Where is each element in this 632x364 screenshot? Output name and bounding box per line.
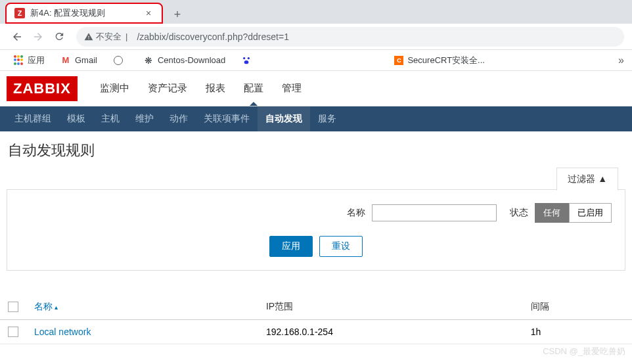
- filter-status-label: 状态: [510, 207, 528, 219]
- tab-title: 新4A: 配置发现规则: [30, 7, 138, 19]
- baidu-icon: [241, 55, 252, 66]
- row-checkbox[interactable]: [8, 327, 18, 337]
- centos-icon: ❋: [143, 55, 154, 66]
- baidu-bookmark[interactable]: [236, 53, 261, 68]
- subnav-maintenance[interactable]: 维护: [127, 106, 162, 131]
- filter-panel: 过滤器 ▲ 名称 状态 任何 已启用 应用 重设: [7, 189, 625, 271]
- new-tab-button[interactable]: +: [168, 5, 187, 24]
- watermark: CSDN @_最爱吃兽奶: [543, 346, 625, 357]
- zabbix-main-nav: 监测中 资产记录 报表 配置 管理: [91, 72, 311, 105]
- gmail-icon: M: [60, 55, 71, 66]
- filter-name-label: 名称: [347, 207, 365, 219]
- apply-button[interactable]: 应用: [269, 236, 313, 257]
- subnav-correlation[interactable]: 关联项事件: [196, 106, 258, 131]
- reset-button[interactable]: 重设: [319, 236, 363, 257]
- reload-icon: [54, 31, 65, 42]
- globe-bookmark[interactable]: [108, 53, 133, 68]
- svg-point-2: [244, 60, 249, 64]
- nav-configuration[interactable]: 配置: [235, 72, 273, 105]
- securecrt-bookmark[interactable]: C SecureCRT安装全...: [389, 52, 490, 69]
- subnav-discovery[interactable]: 自动发现: [258, 106, 310, 131]
- nav-inventory[interactable]: 资产记录: [139, 72, 196, 105]
- subnav-services[interactable]: 服务: [310, 106, 344, 131]
- reload-button[interactable]: [50, 28, 68, 46]
- subnav-actions[interactable]: 动作: [162, 106, 196, 131]
- close-tab-icon[interactable]: ×: [143, 8, 154, 18]
- gmail-bookmark[interactable]: M Gmail: [55, 53, 102, 68]
- filter-status-enabled[interactable]: 已启用: [569, 203, 612, 223]
- rule-interval: 1h: [523, 320, 632, 344]
- zabbix-logo[interactable]: ZABBIX: [7, 76, 78, 101]
- url-box[interactable]: 不安全 | /zabbix/discoveryconf.php?ddreset=…: [76, 27, 624, 47]
- filter-toggle[interactable]: 过滤器 ▲: [556, 168, 618, 191]
- subnav-hosts[interactable]: 主机: [93, 106, 127, 131]
- page-title: 自动发现规则: [0, 131, 632, 170]
- svg-point-0: [243, 57, 245, 59]
- nav-reports[interactable]: 报表: [196, 72, 235, 105]
- nav-administration[interactable]: 管理: [273, 72, 311, 105]
- centos-bookmark[interactable]: ❋ Centos-Download: [138, 53, 231, 68]
- zabbix-header: ZABBIX 监测中 资产记录 报表 配置 管理: [0, 71, 632, 106]
- zabbix-subnav: 主机群组 模板 主机 维护 动作 关联项事件 自动发现 服务: [0, 106, 632, 131]
- back-button[interactable]: [8, 28, 26, 46]
- securecrt-icon: C: [394, 56, 403, 65]
- subnav-templates[interactable]: 模板: [59, 106, 93, 131]
- rule-iprange: 192.168.0.1-254: [258, 320, 523, 344]
- browser-tab[interactable]: Z 新4A: 配置发现规则 ×: [5, 3, 163, 24]
- subnav-hostgroups[interactable]: 主机群组: [7, 106, 59, 131]
- filter-status-group: 任何 已启用: [535, 203, 612, 223]
- table-row: Local network 192.168.0.1-254 1h: [0, 320, 632, 344]
- apps-icon: [13, 55, 24, 66]
- svg-point-1: [248, 57, 250, 59]
- bookmarks-overflow[interactable]: »: [618, 55, 624, 66]
- insecure-warning: 不安全 |: [84, 31, 131, 43]
- arrow-left-icon: [11, 31, 23, 43]
- url-text: /zabbix/discoveryconf.php?ddreset=1: [137, 32, 289, 42]
- arrow-right-icon: [32, 31, 44, 43]
- apps-bookmark[interactable]: 应用: [8, 52, 50, 69]
- zabbix-favicon: Z: [14, 8, 25, 18]
- forward-button[interactable]: [29, 28, 47, 46]
- globe-icon: [113, 55, 124, 66]
- filter-status-any[interactable]: 任何: [535, 203, 569, 223]
- col-name[interactable]: 名称: [26, 294, 258, 320]
- bookmarks-bar: 应用 M Gmail ❋ Centos-Download C SecureCRT…: [0, 50, 632, 71]
- browser-tab-bar: Z 新4A: 配置发现规则 × +: [0, 0, 632, 24]
- nav-monitoring[interactable]: 监测中: [91, 72, 139, 105]
- filter-name-input[interactable]: [372, 204, 497, 221]
- warning-icon: [84, 32, 93, 41]
- address-bar: 不安全 | /zabbix/discoveryconf.php?ddreset=…: [0, 24, 632, 50]
- rule-name-link[interactable]: Local network: [34, 327, 91, 337]
- select-all-checkbox[interactable]: [8, 302, 18, 312]
- col-interval: 间隔: [523, 294, 632, 320]
- col-iprange: IP范围: [258, 294, 523, 320]
- discovery-rules-table: 名称 IP范围 间隔 Local network 192.168.0.1-254…: [0, 294, 632, 344]
